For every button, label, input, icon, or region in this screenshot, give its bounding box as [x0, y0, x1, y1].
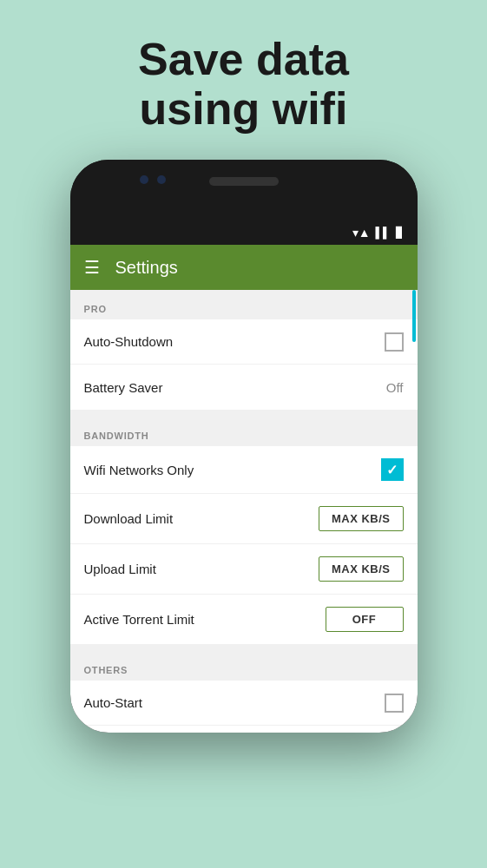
auto-shutdown-label: Auto-Shutdown: [84, 334, 174, 349]
phone-device: ▾▲ ▌▌ ▊ ☰ Settings PRO Auto-Shutdown: [70, 160, 418, 733]
setting-row-battery-saver[interactable]: Battery Saver Off: [70, 365, 418, 410]
download-limit-label: Download Limit: [84, 511, 174, 526]
section-bandwidth: BANDWIDTH Wifi Networks Only Download Li…: [70, 417, 418, 644]
auto-start-checkbox[interactable]: [385, 694, 404, 713]
hamburger-menu-icon[interactable]: ☰: [84, 257, 100, 278]
wifi-icon: ▾▲: [352, 226, 371, 240]
wifi-networks-checkbox[interactable]: [381, 458, 404, 481]
setting-row-upload-limit: Upload Limit MAX KB/S: [70, 544, 418, 595]
scroll-indicator: [412, 290, 416, 342]
status-bar: ▾▲ ▌▌ ▊: [70, 220, 418, 245]
battery-saver-value: Off: [386, 380, 404, 395]
section-others: OTHERS Auto-Start Default Download Folde…: [70, 651, 418, 733]
battery-icon: ▊: [396, 227, 404, 239]
phone-top-bar: [70, 160, 418, 220]
settings-group-pro: Auto-Shutdown Battery Saver Off: [70, 319, 418, 410]
auto-shutdown-checkbox[interactable]: [385, 332, 404, 352]
download-limit-button[interactable]: MAX KB/S: [319, 506, 404, 531]
settings-group-bandwidth: Wifi Networks Only Download Limit MAX KB…: [70, 446, 418, 644]
phone-container: ▾▲ ▌▌ ▊ ☰ Settings PRO Auto-Shutdown: [0, 160, 487, 733]
settings-content: PRO Auto-Shutdown Battery Saver Off: [70, 290, 418, 733]
wifi-networks-label: Wifi Networks Only: [84, 463, 194, 477]
torrent-limit-label: Active Torrent Limit: [84, 612, 194, 627]
upload-limit-label: Upload Limit: [84, 562, 156, 576]
setting-row-auto-shutdown: Auto-Shutdown: [70, 319, 418, 365]
app-toolbar: ☰ Settings: [70, 245, 418, 290]
toolbar-title: Settings: [115, 258, 178, 278]
section-header-others: OTHERS: [70, 651, 418, 681]
section-header-bandwidth: BANDWIDTH: [70, 417, 418, 446]
upload-limit-button[interactable]: MAX KB/S: [319, 556, 404, 582]
setting-row-auto-start: Auto-Start: [70, 681, 418, 726]
camera-left-icon: [140, 175, 148, 184]
section-header-pro: PRO: [70, 290, 418, 319]
section-pro: PRO Auto-Shutdown Battery Saver Off: [70, 290, 418, 410]
setting-row-download-limit: Download Limit MAX KB/S: [70, 494, 418, 544]
phone-speaker: [209, 177, 279, 186]
auto-start-label: Auto-Start: [84, 695, 143, 710]
signal-icon: ▌▌: [375, 227, 390, 239]
hero-section: Save data using wifi: [0, 0, 487, 160]
setting-row-download-folder: Default Download Folder CHANGE: [70, 726, 418, 733]
settings-group-others: Auto-Start Default Download Folder CHANG…: [70, 681, 418, 733]
setting-row-torrent-limit: Active Torrent Limit OFF: [70, 595, 418, 644]
battery-saver-label: Battery Saver: [84, 380, 163, 395]
torrent-limit-button[interactable]: OFF: [326, 607, 404, 632]
setting-row-wifi-networks: Wifi Networks Only: [70, 446, 418, 494]
camera-right-icon: [157, 175, 166, 184]
hero-title: Save data using wifi: [0, 35, 487, 134]
